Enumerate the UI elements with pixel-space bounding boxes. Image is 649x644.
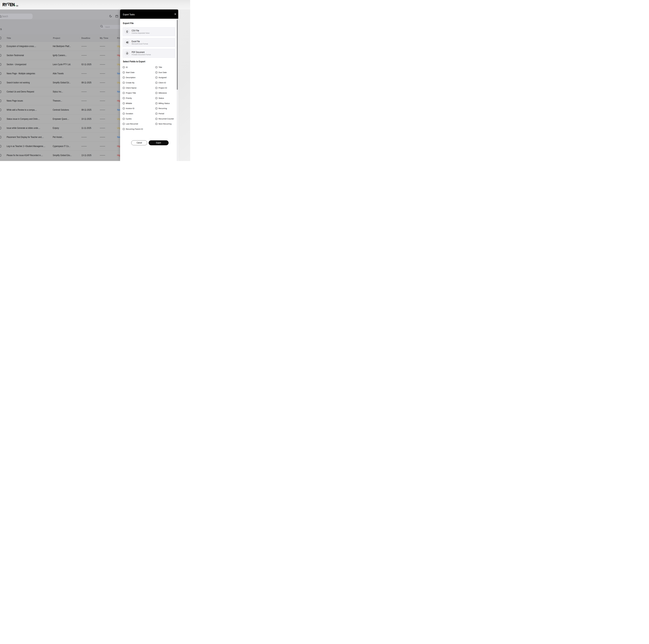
svg-text:CSV: CSV bbox=[126, 32, 128, 32]
svg-text:PDF: PDF bbox=[126, 53, 128, 54]
svg-text:X: X bbox=[126, 42, 127, 43]
